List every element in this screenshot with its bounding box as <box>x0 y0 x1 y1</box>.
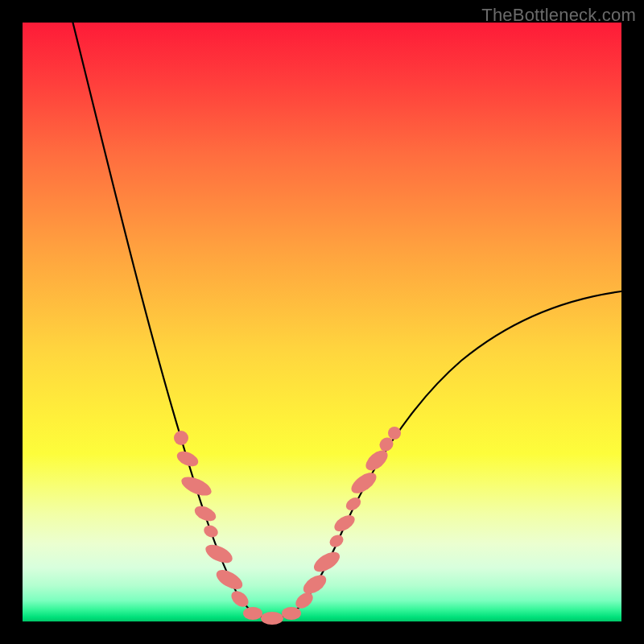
highlight-dot <box>202 523 220 539</box>
highlight-dot <box>179 473 214 500</box>
highlight-dot <box>388 427 401 440</box>
highlight-dot <box>348 469 380 497</box>
highlight-dot <box>203 541 235 567</box>
highlight-dot <box>192 503 218 524</box>
highlight-dot <box>261 612 283 625</box>
highlight-dot <box>332 512 357 535</box>
highlight-dot <box>213 566 246 593</box>
highlight-group <box>174 427 401 625</box>
highlight-dot <box>175 448 200 469</box>
chart-svg <box>23 23 621 621</box>
watermark-text: TheBottleneck.com <box>481 5 636 26</box>
highlight-dot <box>174 431 188 445</box>
highlight-dot <box>311 548 343 576</box>
highlight-dot <box>344 495 363 514</box>
highlight-dot <box>243 607 262 620</box>
highlight-dot <box>328 532 346 549</box>
bottleneck-curve <box>71 14 634 618</box>
chart-frame <box>23 23 621 621</box>
highlight-dot <box>282 607 301 620</box>
